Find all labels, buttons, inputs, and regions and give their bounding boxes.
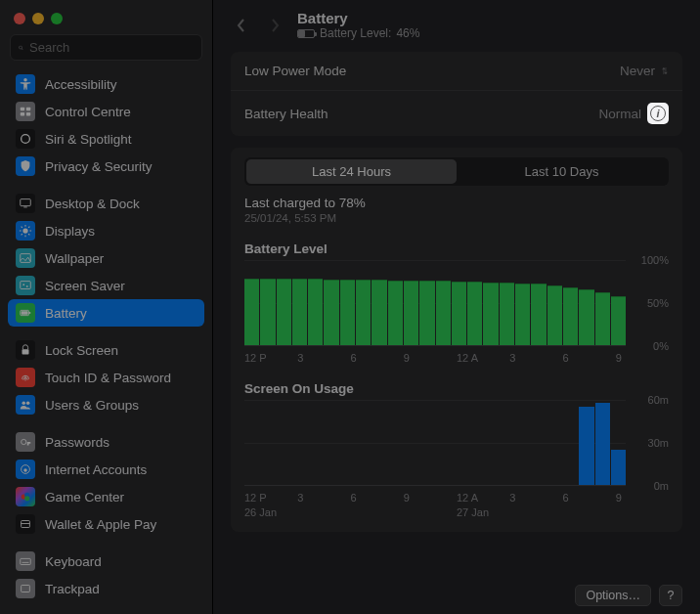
bar: [340, 280, 355, 345]
forward-button[interactable]: [264, 15, 285, 36]
minimize-window[interactable]: [32, 13, 44, 24]
bar: [611, 296, 626, 345]
footer: Options… ?: [213, 577, 700, 614]
sidebar-item-label: Keyboard: [45, 554, 102, 569]
svg-point-12: [26, 285, 28, 287]
sidebar-item-label: Lock Screen: [45, 343, 118, 358]
sidebar-item-label: Wallet & Apple Pay: [45, 517, 156, 532]
sidebar-item-accessibility[interactable]: Accessibility: [8, 70, 204, 98]
x-tick: 12 A: [457, 352, 509, 364]
sidebar-item-label: Touch ID & Password: [45, 371, 171, 385]
sidebar-item-lock-screen[interactable]: Lock Screen: [8, 336, 204, 364]
tab-last-24-hours[interactable]: Last 24 Hours: [246, 159, 457, 184]
desktop-icon: [16, 194, 35, 213]
svg-rect-27: [22, 562, 29, 563]
sidebar-item-battery[interactable]: Battery: [8, 299, 204, 327]
bar: [260, 279, 275, 345]
gamecenter-icon: [16, 487, 35, 506]
battery-level-chart: 100% 50% 0%: [244, 260, 669, 346]
options-button[interactable]: Options…: [575, 585, 651, 606]
sidebar-item-trackpad[interactable]: Trackpad: [8, 575, 204, 602]
svg-rect-14: [22, 311, 28, 315]
sidebar-item-keyboard[interactable]: Keyboard: [8, 548, 204, 575]
sidebar-item-internet-accounts[interactable]: Internet Accounts: [8, 456, 204, 483]
bar: [483, 283, 498, 345]
sidebar-item-siri-spotlight[interactable]: Siri & Spotlight: [8, 125, 204, 153]
sidebar-item-privacy-security[interactable]: Privacy & Security: [8, 153, 204, 180]
touchid-icon: [16, 368, 35, 387]
bar: [531, 284, 546, 345]
wallet-icon: [16, 514, 35, 534]
tab-last-10-days[interactable]: Last 10 Days: [457, 159, 667, 184]
sidebar-item-label: Battery: [45, 306, 87, 321]
sidebar-item-touch-id-password[interactable]: Touch ID & Password: [8, 364, 204, 391]
sidebar-item-label: Trackpad: [45, 582, 100, 596]
info-button[interactable]: i: [647, 103, 669, 124]
svg-point-5: [22, 135, 30, 144]
keyboard-icon: [16, 551, 35, 571]
sidebar: AccessibilityControl CentreSiri & Spotli…: [0, 0, 213, 614]
sidebar-item-label: Game Center: [45, 490, 124, 504]
bar: [308, 279, 323, 345]
close-window[interactable]: [14, 13, 25, 24]
bar: [563, 287, 578, 345]
svg-rect-15: [29, 312, 30, 314]
sidebar-item-screen-saver[interactable]: Screen Saver: [8, 272, 204, 299]
sidebar-item-control-centre[interactable]: Control Centre: [8, 98, 204, 125]
row-label: Low Power Mode: [244, 64, 346, 78]
chevron-updown-icon: ⇅: [662, 66, 668, 76]
bar: [500, 283, 514, 345]
x-tick: 6: [563, 492, 616, 504]
x-tick: 9: [616, 492, 669, 504]
sidebar-item-displays[interactable]: Displays: [8, 217, 204, 244]
svg-rect-3: [21, 112, 24, 116]
wallpaper-icon: [16, 248, 35, 268]
lock-icon: [16, 340, 35, 360]
bar: [595, 292, 610, 345]
svg-rect-25: [22, 523, 30, 524]
bar: [467, 282, 482, 345]
sidebar-item-label: Displays: [45, 224, 95, 239]
siri-icon: [16, 129, 35, 149]
sidebar-item-label: Passwords: [45, 435, 109, 450]
bar: [611, 450, 626, 485]
sidebar-item-wallet-apple-pay[interactable]: Wallet & Apple Pay: [8, 510, 204, 538]
sidebar-item-wallpaper[interactable]: Wallpaper: [8, 244, 204, 272]
page-title: Battery: [297, 10, 419, 26]
x-tick: 9: [616, 352, 669, 364]
battery-health-row[interactable]: Battery Health Normal i: [231, 90, 682, 136]
search-input[interactable]: [29, 40, 194, 55]
bar: [547, 285, 562, 345]
users-icon: [16, 395, 35, 415]
row-label: Battery Health: [244, 107, 328, 121]
window-controls: [0, 0, 212, 34]
sidebar-item-passwords[interactable]: Passwords: [8, 428, 204, 456]
sidebar-item-users-groups[interactable]: Users & Groups: [8, 391, 204, 418]
battery-icon: [297, 29, 315, 38]
time-range-segmented[interactable]: Last 24 Hours Last 10 Days: [244, 157, 669, 186]
svg-point-11: [22, 284, 24, 285]
bar: [419, 281, 434, 345]
low-power-mode-value[interactable]: Never ⇅: [620, 64, 669, 78]
search-field[interactable]: [10, 34, 202, 61]
help-button[interactable]: ?: [659, 585, 682, 606]
svg-point-8: [22, 228, 27, 233]
maximize-window[interactable]: [51, 13, 63, 24]
main-pane: Battery Battery Level: 46% Low Power Mod…: [213, 0, 700, 614]
bar: [595, 403, 610, 485]
settings-card: Low Power Mode Never ⇅ Battery Health No…: [231, 52, 682, 136]
control-icon: [16, 102, 35, 121]
screen-on-usage-heading: Screen On Usage: [244, 381, 669, 396]
sidebar-item-desktop-dock[interactable]: Desktop & Dock: [8, 190, 204, 217]
x-tick: 3: [297, 492, 350, 504]
sidebar-item-game-center[interactable]: Game Center: [8, 483, 204, 510]
x-tick: 12 P: [244, 352, 297, 364]
back-button[interactable]: [231, 15, 252, 36]
x-tick: 12 P: [244, 492, 297, 504]
internet-icon: [16, 460, 35, 479]
last-charge-info: Last charged to 78% 25/01/24, 5:53 PM: [244, 196, 669, 224]
bar: [452, 282, 466, 345]
svg-rect-2: [26, 108, 30, 111]
svg-point-18: [26, 402, 30, 406]
low-power-mode-row[interactable]: Low Power Mode Never ⇅: [231, 52, 682, 90]
